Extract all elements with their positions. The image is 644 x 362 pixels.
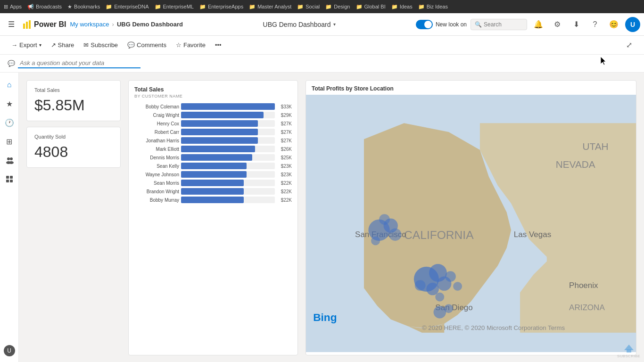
title-dropdown-arrow[interactable]: ▾ — [333, 22, 336, 27]
bar-row: Brandon Wright $22K — [134, 188, 292, 195]
hamburger-button[interactable]: ☰ — [4, 17, 19, 32]
fullscreen-button[interactable]: ⤢ — [621, 38, 636, 53]
svg-rect-2 — [29, 20, 31, 29]
bookmarks-browser-item[interactable]: ★ Bookmarks — [67, 4, 100, 10]
sidebar-home[interactable]: ⌂ — [1, 76, 18, 93]
bar-row: Mark Elliott $26K — [134, 146, 292, 152]
feedback-button[interactable]: 😊 — [606, 17, 621, 32]
enterpriseapps-item[interactable]: 📁 EnterpriseApps — [199, 4, 243, 10]
folder-icon: 📁 — [106, 4, 112, 10]
search-box[interactable]: 🔍 — [471, 19, 527, 30]
bar-row: Henry Cox $27K — [134, 120, 292, 127]
svg-point-29 — [371, 236, 380, 245]
subscribe-label: SUBSCRIBE — [617, 354, 640, 358]
bar-fill — [181, 137, 258, 144]
bar-label: Sean Kelly — [134, 164, 179, 169]
bar-track — [181, 120, 275, 127]
bar-row: Jonathan Harris $27K — [134, 137, 292, 144]
bar-value: $27K — [277, 130, 292, 135]
bar-fill — [181, 197, 244, 203]
search-input[interactable] — [484, 21, 521, 28]
social-item[interactable]: 📁 Social — [297, 4, 320, 10]
new-look-toggle[interactable] — [416, 20, 433, 29]
svg-point-3 — [7, 157, 10, 160]
subscribe-widget-icon — [622, 341, 636, 354]
favorite-icon: ☆ — [176, 41, 182, 49]
svg-point-38 — [435, 293, 444, 302]
sidebar-workspaces[interactable] — [1, 171, 18, 188]
download-button[interactable]: ⬇ — [569, 17, 584, 32]
bar-track — [181, 129, 275, 135]
svg-point-37 — [453, 282, 462, 291]
bizideas-item[interactable]: 📁 Biz Ideas — [418, 4, 448, 10]
svg-text:Las Vegas: Las Vegas — [514, 230, 551, 239]
enterpriseml-item[interactable]: 📁 EnterpriseML — [155, 4, 194, 10]
share-button[interactable]: ↗ Share — [47, 40, 78, 50]
svg-point-4 — [10, 157, 13, 160]
svg-rect-43 — [627, 349, 631, 353]
ask-bar: 💬 — [0, 55, 644, 73]
bar-track — [181, 146, 275, 152]
bar-track — [181, 137, 275, 144]
bar-fill — [181, 188, 244, 195]
bar-label: Mark Elliott — [134, 147, 179, 152]
folder-icon-8: 📁 — [391, 4, 398, 10]
svg-text:Phoenix: Phoenix — [569, 281, 598, 290]
masteranalyst-item[interactable]: 📁 Master Analyst — [249, 4, 291, 10]
sidebar-starred[interactable]: ★ — [1, 95, 18, 112]
settings-button[interactable]: ⚙ — [550, 17, 565, 32]
svg-point-34 — [426, 283, 438, 295]
sidebar-recent[interactable]: 🕐 — [1, 114, 18, 131]
more-button[interactable]: ••• — [211, 40, 225, 50]
design-item[interactable]: 📁 Design — [325, 4, 350, 10]
total-sales-tile: Total Sales $5.85M — [26, 80, 121, 121]
bar-chart-subtitle: BY CUSTOMER NAME — [134, 94, 292, 99]
sidebar-shared[interactable] — [1, 152, 18, 169]
svg-point-30 — [389, 228, 401, 240]
enterprisedna-item[interactable]: 📁 EnterpriseDNA — [106, 4, 149, 10]
top-nav: ☰ Power BI My workspace › UBG Demo Dashb… — [0, 13, 644, 36]
bar-value: $29K — [277, 113, 292, 118]
bar-fill — [181, 154, 252, 161]
favorite-button[interactable]: ☆ Favorite — [172, 40, 209, 50]
subscribe-button[interactable]: ✉ Subscribe — [80, 40, 122, 50]
bar-track — [181, 112, 275, 118]
shared-icon — [5, 156, 14, 165]
bar-value: $27K — [277, 138, 292, 143]
globalbi-item[interactable]: 📁 Global BI — [356, 4, 386, 10]
bar-label: Dennis Morris — [134, 155, 179, 160]
sidebar-avatar: U — [4, 345, 15, 356]
ideas-item[interactable]: 📁 Ideas — [391, 4, 413, 10]
bar-value: $23K — [277, 164, 292, 169]
comments-button[interactable]: 💬 Comments — [124, 40, 170, 50]
bar-track — [181, 154, 275, 161]
help-button[interactable]: ? — [587, 17, 603, 32]
broadcasts-browser-item[interactable]: 📢 Broadcasts — [27, 4, 62, 10]
sidebar-user[interactable]: U — [1, 342, 18, 359]
left-tiles: Total Sales $5.85M Quantity Sold 4808 — [26, 80, 121, 355]
workspace-link[interactable]: My workspace — [70, 21, 109, 28]
bar-row: Sean Kelly $23K — [134, 163, 292, 169]
sub-nav: → Export ▾ ↗ Share ✉ Subscribe 💬 Comment… — [0, 36, 644, 55]
export-dropdown-icon: ▾ — [39, 42, 41, 48]
sidebar-apps[interactable]: ⊞ — [1, 133, 18, 150]
apps-browser-item[interactable]: ⊞ Apps — [4, 4, 22, 10]
export-button[interactable]: → Export ▾ — [8, 40, 45, 50]
svg-text:CALIFORNIA: CALIFORNIA — [404, 229, 474, 241]
export-icon: → — [11, 41, 17, 49]
bar-fill — [181, 112, 264, 118]
bar-fill — [181, 171, 247, 178]
folder-icon-9: 📁 — [418, 4, 425, 10]
bar-label: Jonathan Harris — [134, 138, 179, 143]
ask-question-input[interactable] — [18, 58, 140, 68]
bar-fill — [181, 103, 275, 110]
notifications-button[interactable]: 🔔 — [531, 17, 546, 32]
workspaces-icon — [5, 175, 14, 183]
user-avatar[interactable]: U — [625, 17, 640, 32]
powerbi-logo: Power BI — [23, 20, 66, 29]
main-layout: ⌂ ★ 🕐 ⊞ U Total — [0, 73, 644, 362]
bar-fill — [181, 163, 247, 169]
breadcrumb-separator: › — [112, 21, 114, 28]
quantity-sold-tile: Quantity Sold 4808 — [26, 127, 121, 168]
svg-rect-1 — [26, 22, 28, 29]
